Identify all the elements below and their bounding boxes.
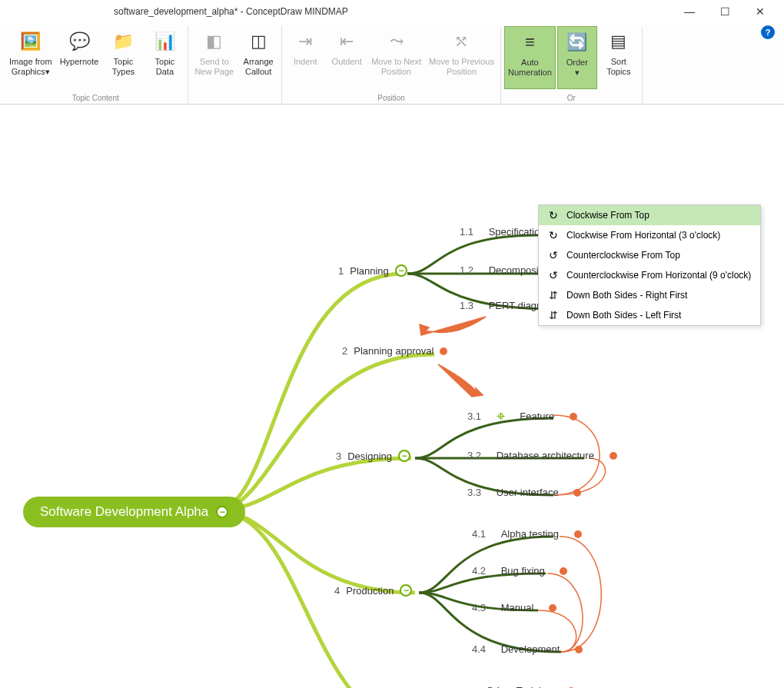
ribbon-button-label: Image fromGraphics▾ — [9, 57, 52, 77]
order-option-label: Clockwise From Horizontal (3 o'clock) — [566, 230, 720, 241]
order-icon: 🔄 — [565, 30, 590, 55]
indent-button: ⇥Indent — [285, 26, 325, 89]
order-dropdown[interactable]: ↻Clockwise From Top↻Clockwise From Horiz… — [538, 204, 761, 326]
ribbon-button-label: AutoNumeration — [508, 58, 552, 78]
order-option[interactable]: ⇵Down Both Sides - Left First — [539, 305, 760, 325]
order-option-icon: ↺ — [546, 268, 560, 282]
ribbon-button-label: Send toNew Page — [194, 57, 234, 77]
relation-dot — [570, 413, 577, 420]
relation-dot — [549, 604, 556, 612]
branch-planning[interactable]: 1 Planning − — [338, 264, 407, 277]
order-option-label: Down Both Sides - Right First — [566, 290, 687, 301]
topic-data-icon: 📊 — [152, 29, 177, 54]
leaf-training[interactable]: 5.1 Training — [487, 685, 575, 688]
move-prev-button: ⤲Move to PreviousPosition — [426, 26, 497, 89]
leaf-development[interactable]: 4.4 Development — [472, 643, 583, 655]
move-next-icon: ⤳ — [384, 29, 409, 54]
leaf-specification[interactable]: 1.1 Specification — [460, 226, 545, 238]
image-from-graphics-icon: 🖼️ — [18, 29, 43, 54]
branch-number: 1 — [338, 265, 344, 277]
relation-dot — [440, 347, 447, 355]
move-prev-icon: ⤲ — [449, 29, 473, 54]
order-option[interactable]: ↻Clockwise From Top — [539, 205, 760, 225]
leaf-db-arch[interactable]: 3.2 Database architecture — [467, 450, 617, 461]
leaf-feature[interactable]: 3.1 ⌖ Feature — [467, 407, 577, 425]
ribbon-button-label: ArrangeCallout — [244, 57, 274, 77]
ribbon-button-label: Move to PreviousPosition — [429, 57, 494, 77]
hypernote-icon: 💬 — [67, 29, 91, 54]
order-option-icon: ⇵ — [546, 288, 560, 302]
order-option-icon: ⇵ — [546, 308, 560, 322]
maximize-button[interactable]: ☐ — [707, 0, 742, 23]
branch-label: Planning — [350, 265, 389, 277]
branch-planning-approval[interactable]: 2 Planning approval — [342, 345, 447, 357]
outdent-button: ⇤Outdent — [327, 26, 367, 89]
title-bar: software_development_alpha* - ConceptDra… — [0, 0, 784, 23]
ribbon-button-label: Indent — [294, 57, 317, 67]
ribbon-group-label: Topic Content — [72, 94, 119, 104]
sort-topics-icon: ▤ — [606, 29, 631, 54]
collapse-icon[interactable]: − — [400, 584, 412, 597]
leaf-bug-fixing-1[interactable]: 4.2 Bug fixing — [472, 565, 567, 577]
relation-dot — [574, 530, 582, 538]
image-from-graphics-button[interactable]: 🖼️Image fromGraphics▾ — [6, 26, 55, 89]
ribbon-button-label: TopicTypes — [112, 57, 135, 77]
ribbon-button-label: SortTopics — [606, 57, 630, 77]
relation-dot — [575, 646, 583, 653]
auto-numeration-icon: ≡ — [517, 30, 542, 55]
ribbon-button-label: Outdent — [332, 57, 362, 67]
leaf-ui[interactable]: 3.3 User interface — [467, 487, 581, 498]
collapse-icon[interactable]: − — [398, 450, 410, 462]
order-button[interactable]: 🔄Order▾ — [557, 26, 597, 89]
order-option-label: Counterclockwise From Horizontal (9 o'cl… — [566, 270, 751, 281]
close-button[interactable]: ✕ — [742, 0, 778, 23]
arrange-callout-icon: ◫ — [246, 29, 271, 54]
order-option[interactable]: ↺Counterclockwise From Horizontal (9 o'c… — [539, 265, 760, 285]
leaf-manual[interactable]: 4.3 Manual — [472, 602, 556, 613]
topic-types-button[interactable]: 📁TopicTypes — [103, 26, 143, 89]
branch-designing[interactable]: 3 Designing − — [336, 450, 410, 462]
sort-topics-button[interactable]: ▤SortTopics — [599, 26, 639, 89]
mindmap-canvas[interactable]: Software Development Alpha − 1 Planning … — [0, 105, 784, 688]
auto-numeration-button[interactable]: ≡AutoNumeration — [504, 26, 556, 89]
relation-dot — [573, 489, 581, 497]
pin-icon: ⌖ — [497, 407, 505, 425]
order-option-label: Counterclockwise From Top — [566, 250, 680, 261]
indent-icon: ⇥ — [293, 29, 317, 54]
leaf-decomposition[interactable]: 1.2 Decompositi — [460, 264, 543, 276]
window-title: software_development_alpha* - ConceptDra… — [114, 6, 348, 17]
order-option-label: Clockwise From Top — [566, 210, 649, 221]
mindmap-edges — [0, 105, 784, 688]
minimize-button[interactable]: — — [672, 0, 707, 23]
ribbon-button-label: Move to NextPosition — [371, 57, 421, 77]
ribbon-button-label: Hypernote — [60, 57, 99, 67]
window-controls: — ☐ ✕ — [672, 0, 778, 23]
ribbon-button-label: TopicData — [155, 57, 175, 77]
order-option[interactable]: ↻Clockwise From Horizontal (3 o'clock) — [539, 225, 760, 245]
send-new-page-button: ◧Send toNew Page — [191, 26, 237, 89]
root-topic[interactable]: Software Development Alpha − — [23, 497, 245, 527]
leaf-alpha-testing[interactable]: 4.1 Alpha testing — [472, 528, 582, 540]
collapse-icon[interactable]: − — [395, 264, 407, 277]
order-option-icon: ↻ — [546, 228, 560, 242]
relation-dot — [560, 567, 567, 575]
order-option-icon: ↻ — [546, 208, 560, 222]
branch-production[interactable]: 4 Production − — [334, 584, 412, 597]
ribbon-group-label: Position — [377, 94, 405, 104]
relation-dot — [610, 452, 617, 460]
ribbon-toolbar: 🖼️Image fromGraphics▾💬Hypernote📁TopicTyp… — [0, 23, 784, 105]
topic-data-button[interactable]: 📊TopicData — [145, 26, 184, 89]
move-next-button: ⤳Move to NextPosition — [368, 26, 424, 89]
send-new-page-icon: ◧ — [202, 29, 227, 54]
order-option[interactable]: ↺Counterclockwise From Top — [539, 245, 760, 265]
arrange-callout-button[interactable]: ◫ArrangeCallout — [238, 26, 278, 89]
collapse-icon[interactable]: − — [216, 506, 228, 518]
hypernote-button[interactable]: 💬Hypernote — [57, 26, 102, 89]
order-option[interactable]: ⇵Down Both Sides - Right First — [539, 285, 760, 305]
order-option-icon: ↺ — [546, 248, 560, 262]
ribbon-group-label: Or — [567, 94, 576, 104]
outdent-icon: ⇤ — [334, 29, 359, 54]
help-icon[interactable]: ? — [761, 25, 775, 39]
order-option-label: Down Both Sides - Left First — [566, 310, 681, 321]
root-label: Software Development Alpha — [40, 504, 208, 520]
